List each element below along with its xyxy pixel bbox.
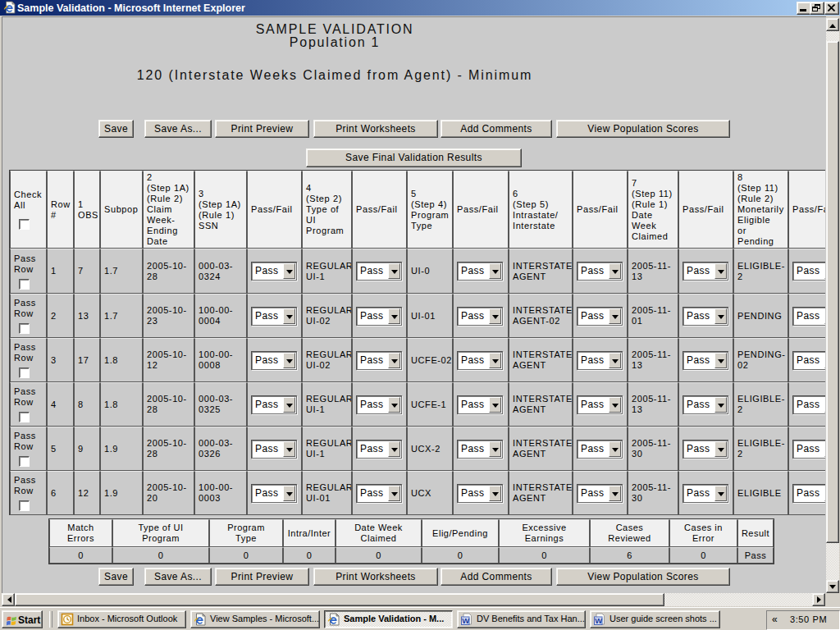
svg-text:W: W [595, 616, 602, 625]
svg-text:W: W [462, 616, 469, 625]
